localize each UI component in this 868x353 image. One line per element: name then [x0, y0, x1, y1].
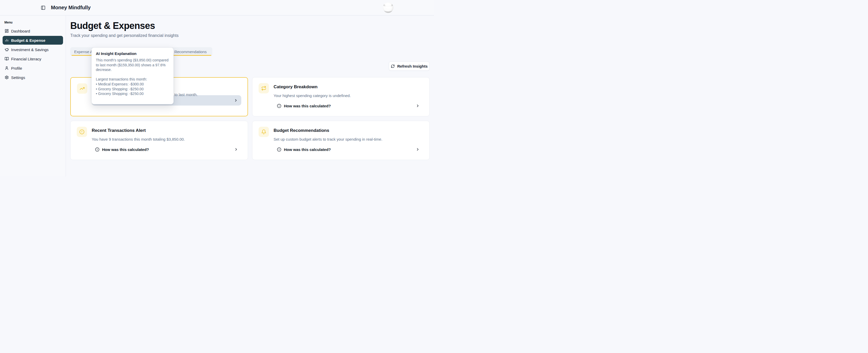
panel-left-icon	[41, 5, 45, 10]
icon-tile	[258, 127, 269, 137]
sidebar-item-label: Investment & Savings	[11, 47, 49, 52]
sidebar-toggle-button[interactable]	[41, 5, 45, 10]
piggy-bank-icon	[5, 47, 9, 51]
user-icon	[5, 66, 9, 70]
info-icon	[277, 104, 281, 108]
dashboard-icon	[5, 29, 9, 33]
chevron-right-icon	[416, 104, 420, 108]
sidebar-section-label: Menu	[4, 21, 66, 24]
gear-icon	[5, 75, 9, 79]
sidebar-item-label: Settings	[11, 75, 25, 80]
page-title: Budget & Expenses	[70, 20, 430, 32]
how-calculated-label: How was this calculated?	[284, 147, 331, 152]
card-description-fragment: to last month.	[175, 92, 197, 97]
refresh-insights-label: Refresh Insights	[397, 64, 428, 68]
insight-card-category-breakdown: Category Breakdown Your highest spending…	[252, 77, 430, 116]
insight-card-budget-recommendations: Budget Recommendations Set up custom bud…	[252, 121, 430, 160]
card-title: Budget Recommendations	[274, 128, 423, 133]
sidebar-item-dashboard[interactable]: Dashboard	[3, 27, 63, 35]
info-icon	[95, 147, 99, 152]
chevron-right-icon	[234, 98, 238, 102]
card-description: You have 9 transactions this month total…	[92, 137, 242, 142]
tooltip-title: AI Insight Explanation	[96, 51, 169, 56]
sidebar-item-label: Dashboard	[11, 29, 30, 33]
trending-up-icon	[80, 86, 85, 91]
sidebar-item-financial-literacy[interactable]: Financial Literacy	[3, 55, 63, 63]
how-calculated-label: How was this calculated?	[102, 147, 149, 152]
ai-insight-tooltip: AI Insight Explanation This month's spen…	[91, 47, 174, 104]
sidebar-item-label: Profile	[11, 66, 22, 70]
bell-icon	[261, 129, 266, 135]
repeat-icon	[261, 86, 266, 91]
avatar[interactable]	[383, 2, 394, 13]
card-description: Set up custom budget alerts to track you…	[274, 137, 423, 142]
insight-card-recent-transactions: Recent Transactions Alert You have 9 tra…	[70, 121, 248, 160]
sidebar-item-investment-savings[interactable]: Investment & Savings	[3, 45, 63, 54]
alert-circle-icon	[79, 129, 85, 135]
how-calculated-button[interactable]: How was this calculated?	[92, 144, 242, 154]
sidebar-item-label: Budget & Expense	[11, 38, 45, 43]
chevron-right-icon	[416, 147, 420, 151]
card-title: Category Breakdown	[274, 84, 423, 90]
chevron-right-icon	[234, 147, 238, 151]
refresh-insights-button[interactable]: Refresh Insights	[389, 62, 430, 71]
page-subtitle: Track your spending and get personalized…	[70, 33, 430, 38]
icon-tile	[77, 127, 87, 137]
card-title: Recent Transactions Alert	[92, 128, 242, 133]
icon-tile	[258, 83, 269, 94]
refresh-icon	[391, 64, 395, 68]
sidebar-item-settings[interactable]: Settings	[3, 73, 63, 82]
sidebar: Menu Dashboard Budget & Expense Investme…	[0, 15, 66, 176]
open-book-icon	[5, 57, 9, 61]
main-content: Budget & Expenses Track your spending an…	[66, 15, 434, 176]
how-calculated-button[interactable]: How was this calculated?	[274, 101, 423, 111]
how-calculated-button[interactable]: How was this calculated?	[274, 144, 423, 154]
tooltip-body: This month's spending ($3,850.00) compar…	[96, 58, 169, 96]
icon-tile	[77, 83, 87, 94]
sidebar-item-profile[interactable]: Profile	[3, 64, 63, 72]
app-header: Money Mindfully	[0, 0, 434, 15]
sidebar-nav: Dashboard Budget & Expense Investment & …	[0, 27, 66, 82]
sidebar-item-budget-expense[interactable]: Budget & Expense	[3, 36, 63, 45]
card-description: Your highest spending category is undefi…	[274, 93, 423, 98]
app-title: Money Mindfully	[51, 5, 91, 10]
how-calculated-label: How was this calculated?	[284, 104, 331, 108]
bar-chart-icon	[5, 38, 9, 42]
sidebar-item-label: Financial Literacy	[11, 57, 41, 61]
info-icon	[277, 147, 281, 152]
